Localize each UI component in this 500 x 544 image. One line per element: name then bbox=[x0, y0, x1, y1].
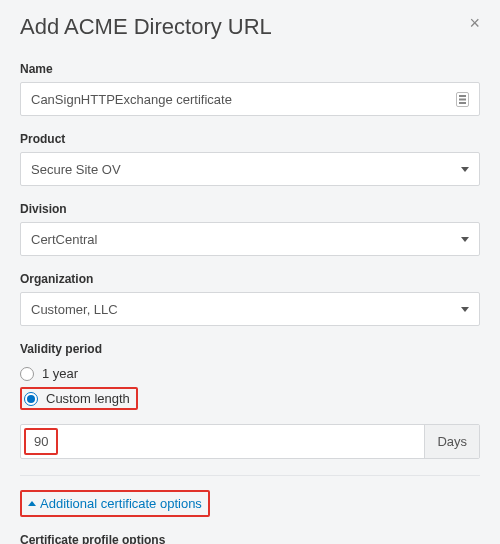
division-field-group: Division CertCentral bbox=[20, 202, 480, 256]
modal-body: Name CanSignHTTPExchange certificate Pro… bbox=[0, 62, 500, 544]
days-unit: Days bbox=[424, 425, 479, 458]
certificate-profile-label: Certificate profile options bbox=[20, 533, 480, 544]
product-value: Secure Site OV bbox=[31, 162, 121, 177]
chevron-down-icon bbox=[461, 237, 469, 242]
radio-icon bbox=[20, 367, 34, 381]
radio-1year[interactable]: 1 year bbox=[20, 366, 480, 381]
svg-rect-2 bbox=[459, 102, 466, 104]
radio-custom-row: Custom length bbox=[20, 387, 480, 410]
divider bbox=[20, 475, 480, 476]
modal-title: Add ACME Directory URL bbox=[20, 14, 272, 40]
additional-options-label: Additional certificate options bbox=[40, 496, 202, 511]
add-acme-directory-modal: Add ACME Directory URL × Name CanSignHTT… bbox=[0, 0, 500, 544]
days-value: 90 bbox=[24, 428, 58, 455]
custom-days-input[interactable]: 90 Days bbox=[20, 424, 480, 459]
validity-label: Validity period bbox=[20, 342, 480, 356]
svg-rect-0 bbox=[459, 95, 466, 97]
division-value: CertCentral bbox=[31, 232, 97, 247]
chevron-down-icon bbox=[461, 307, 469, 312]
division-label: Division bbox=[20, 202, 480, 216]
modal-header: Add ACME Directory URL × bbox=[0, 0, 500, 62]
custom-days-row: 90 Days bbox=[20, 424, 480, 459]
name-label: Name bbox=[20, 62, 480, 76]
product-select[interactable]: Secure Site OV bbox=[20, 152, 480, 186]
name-value: CanSignHTTPExchange certificate bbox=[31, 92, 232, 107]
close-icon[interactable]: × bbox=[469, 14, 480, 32]
organization-field-group: Organization Customer, LLC bbox=[20, 272, 480, 326]
chevron-down-icon bbox=[461, 167, 469, 172]
autofill-icon bbox=[456, 92, 469, 107]
radio-custom[interactable]: Custom length bbox=[24, 391, 130, 406]
validity-field-group: Validity period 1 year Custom length bbox=[20, 342, 480, 459]
svg-rect-1 bbox=[459, 98, 466, 100]
product-field-group: Product Secure Site OV bbox=[20, 132, 480, 186]
name-input[interactable]: CanSignHTTPExchange certificate bbox=[20, 82, 480, 116]
product-label: Product bbox=[20, 132, 480, 146]
days-input-spacer bbox=[61, 425, 424, 458]
organization-label: Organization bbox=[20, 272, 480, 286]
radio-custom-label: Custom length bbox=[46, 391, 130, 406]
organization-value: Customer, LLC bbox=[31, 302, 118, 317]
chevron-up-icon bbox=[28, 501, 36, 506]
highlight-additional-options: Additional certificate options bbox=[20, 490, 210, 517]
division-select[interactable]: CertCentral bbox=[20, 222, 480, 256]
name-field-group: Name CanSignHTTPExchange certificate bbox=[20, 62, 480, 116]
radio-inner-icon bbox=[27, 395, 35, 403]
radio-icon-checked bbox=[24, 392, 38, 406]
highlight-custom-length: Custom length bbox=[20, 387, 138, 410]
organization-select[interactable]: Customer, LLC bbox=[20, 292, 480, 326]
additional-options-toggle[interactable]: Additional certificate options bbox=[22, 492, 208, 515]
radio-1year-label: 1 year bbox=[42, 366, 78, 381]
